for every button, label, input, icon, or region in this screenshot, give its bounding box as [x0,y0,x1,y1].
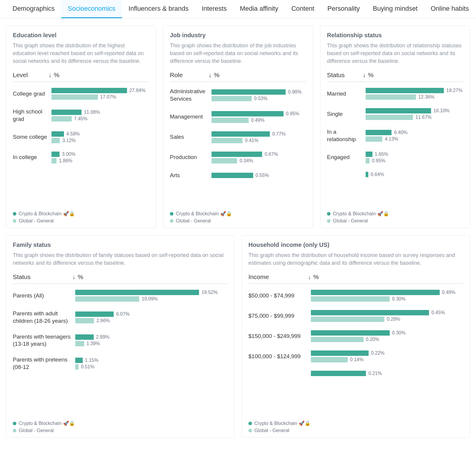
secondary-value: 12.36% [418,94,434,100]
legend-secondary: Global - General [13,428,228,433]
legend-primary: Crypto & Blockchain 🚀🔒 [13,420,228,426]
card-title: Education level [13,32,149,39]
legend-secondary-label: Global - General [254,428,289,433]
secondary-bar [212,96,252,101]
sort-percent-header[interactable]: ↓% [209,71,220,79]
tab-influencers-brands[interactable]: Influencers & brands [122,0,195,18]
primary-bar [366,152,372,157]
secondary-bar [311,317,384,322]
tab-socioeconomics[interactable]: Socioeconomics [61,0,122,18]
tab-personality[interactable]: Personality [321,0,366,18]
tab-demographics[interactable]: Demographics [6,0,61,18]
legend: Crypto & Blockchain 🚀🔒Global - General [170,211,306,224]
secondary-bar [51,138,60,143]
bar-group: 0.45%0.28% [311,310,463,322]
card-title: Household income (only US) [248,241,463,248]
legend-primary-label: Crypto & Blockchain 🚀🔒 [333,211,389,216]
top-cards-row: Education levelThis graph shows the dist… [0,18,476,228]
bar-group: 0.55% [212,173,306,178]
tab-online-habits[interactable]: Online habits [424,0,475,18]
card-description: This graph shows the distribution of fam… [13,251,228,267]
sort-percent-header[interactable]: ↓% [72,273,83,281]
legend-swatch-secondary-icon [327,219,331,223]
primary-value: 0.95% [286,111,299,116]
row-label: In college [13,154,48,161]
row-label: Married [327,90,363,98]
table-row: In college3.00%1.86% [13,147,149,168]
secondary-value: 0.28% [387,317,400,322]
primary-bar [51,88,127,93]
primary-value: 19.52% [201,290,217,295]
primary-value: 0.30% [392,330,405,336]
primary-bar [212,152,262,157]
primary-bar [366,108,431,113]
table-row: Parents with preteens (08-121.15%0.51% [13,352,228,375]
secondary-value: 0.49% [251,118,264,123]
primary-value: 6.07% [116,311,129,317]
sort-percent-header[interactable]: ↓% [48,71,60,79]
secondary-bar [311,337,364,342]
secondary-value: 2.96% [96,318,110,323]
sort-arrow-down-icon: ↓ [72,274,75,280]
primary-bar [212,173,253,178]
chart-rows: College grad27.84%17.07%High school grad… [13,84,149,208]
primary-bar [51,110,82,115]
primary-bar [311,330,390,336]
table-row: High school grad11.08%7.45% [13,104,149,127]
legend-primary: Crypto & Blockchain 🚀🔒 [248,420,463,426]
card-title: Relationship status [327,32,463,39]
primary-value: 11.08% [84,110,100,115]
primary-value: 1.15% [85,358,98,363]
legend-primary-label: Crypto & Blockchain 🚀🔒 [19,420,75,426]
bar-group: 0.67%0.34% [212,152,306,163]
legend-secondary-label: Global - General [333,218,368,224]
table-row: $75,000 - $99,9990.45%0.28% [248,306,463,326]
tab-buying-mindset[interactable]: Buying mindset [366,0,424,18]
legend-primary-label: Crypto & Blockchain 🚀🔒 [176,211,232,216]
primary-bar [75,334,94,340]
row-label: Arts [170,172,209,179]
percent-label: % [214,71,220,79]
category-column-header[interactable]: Level [13,71,48,79]
card-title: Family status [13,241,228,248]
primary-bar [311,310,429,315]
legend-swatch-primary-icon [327,212,331,216]
primary-bar [75,290,199,295]
category-column-header[interactable]: Status [327,71,363,79]
sort-percent-header[interactable]: ↓% [308,273,319,281]
row-label: $75,000 - $99,999 [248,312,308,320]
card-description: This graph shows the distribution of rel… [327,42,463,65]
tab-content[interactable]: Content [285,0,321,18]
percent-label: % [78,273,83,281]
sort-percent-header[interactable]: ↓% [363,71,374,79]
bar-group: 0.64% [366,172,463,177]
row-label: $150,000 - $249,999 [248,333,308,340]
secondary-bar [311,357,348,362]
category-column-header[interactable]: Income [248,273,308,281]
table-row: Engaged1.65%0.95% [327,147,463,168]
tab-interests[interactable]: Interests [195,0,233,18]
primary-value: 0.98% [288,89,301,95]
row-label: Parents with adult children (18-26 years… [13,310,72,325]
legend-secondary: Global - General [248,428,463,433]
table-row: Parents with teenagers (13-18 years)2.89… [13,329,228,352]
secondary-bar [212,158,237,163]
primary-value: 3.00% [62,152,75,157]
legend-primary-label: Crypto & Blockchain 🚀🔒 [254,420,311,426]
legend-secondary-label: Global - General [176,218,211,224]
category-column-header[interactable]: Role [170,71,209,79]
primary-bar [311,350,369,356]
secondary-bar [75,296,139,302]
primary-bar [75,358,83,363]
row-label: Administrative Services [170,88,209,102]
row-label: Parents with preteens (08-12 [13,356,72,371]
row-label: $50,000 - $74,999 [248,292,308,300]
primary-bar [212,131,270,137]
bar-group: 19.27%12.36% [366,88,463,100]
tab-media-affinity[interactable]: Media affinity [233,0,285,18]
primary-value: 0.55% [256,173,269,178]
legend-primary: Crypto & Blockchain 🚀🔒 [327,211,463,216]
bar-group: 0.49%0.30% [311,290,463,302]
tab-bar: DemographicsSocioeconomicsInfluencers & … [0,0,476,18]
category-column-header[interactable]: Status [13,273,72,281]
